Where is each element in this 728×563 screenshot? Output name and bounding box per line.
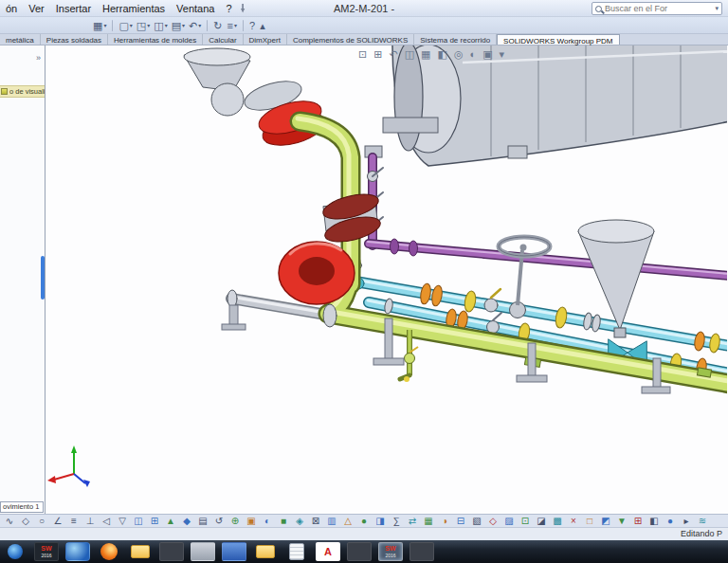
print-icon[interactable]: ▤ ▾: [170, 18, 187, 33]
tab-herramientas-de-moldes[interactable]: Herramientas de moldes: [108, 34, 203, 45]
sketch-icon[interactable]: ▦ ▾: [91, 18, 108, 33]
bottom-toolbar-icon[interactable]: ▦: [421, 515, 436, 527]
bottom-toolbar-icon[interactable]: ⊞: [147, 515, 162, 527]
display-state-band[interactable]: o de visualización: [0, 85, 45, 98]
tab-piezas-soldadas[interactable]: Piezas soldadas: [41, 34, 108, 45]
motion-study-tab[interactable]: ovimiento 1: [0, 501, 44, 513]
bottom-toolbar-icon[interactable]: ◆: [179, 515, 194, 527]
menu-ayuda[interactable]: ?: [220, 2, 237, 15]
app-dark[interactable]: [347, 542, 372, 561]
bottom-toolbar-icon[interactable]: ◇: [485, 515, 500, 527]
bottom-toolbar-icon[interactable]: ▸: [679, 515, 694, 527]
open-icon[interactable]: ◳ ▾: [135, 18, 152, 33]
tab-solidworks-workgroup-pdm[interactable]: SOLIDWORKS Workgroup PDM: [497, 34, 619, 45]
panel-splitter-handle[interactable]: [41, 256, 45, 300]
bottom-toolbar-icon[interactable]: ◧: [646, 515, 662, 527]
bottom-toolbar-icon[interactable]: ∑: [389, 515, 404, 527]
view-orientation-icon[interactable]: ▦: [421, 48, 430, 60]
pin-icon[interactable]: [240, 4, 246, 13]
folder[interactable]: [256, 545, 275, 558]
panel-expand-icon[interactable]: »: [36, 53, 41, 63]
bottom-toolbar-icon[interactable]: ◈: [292, 515, 307, 527]
search-caret-icon[interactable]: ▾: [715, 5, 719, 12]
menu-herramientas[interactable]: Herramientas: [97, 2, 171, 15]
separator[interactable]: [112, 20, 113, 31]
section-view-icon[interactable]: ◫: [405, 48, 414, 60]
bottom-toolbar-icon[interactable]: ◨: [373, 515, 388, 527]
folder[interactable]: [131, 545, 150, 558]
app-window[interactable]: [191, 542, 215, 561]
collapse-toolbar-icon[interactable]: ▴: [258, 18, 268, 33]
bottom-toolbar-icon[interactable]: ◩: [598, 515, 613, 527]
rebuild-icon[interactable]: ↻: [211, 18, 225, 33]
bottom-toolbar-icon[interactable]: ▧: [469, 515, 484, 527]
document-app[interactable]: [289, 543, 304, 560]
zoom-area-icon[interactable]: ⊞: [373, 48, 382, 60]
apply-scene-icon[interactable]: ▣: [482, 48, 492, 60]
bottom-toolbar-icon[interactable]: ↺: [211, 515, 227, 527]
hide-show-items-icon[interactable]: ◎: [454, 48, 464, 60]
bottom-toolbar-icon[interactable]: ◐: [260, 515, 275, 527]
edit-appearance-icon[interactable]: ◐: [469, 48, 476, 60]
viewport-3d[interactable]: ⊡⊞↶◫▦◧◎◐▣▾: [46, 45, 728, 514]
save-icon[interactable]: ◫ ▾: [152, 18, 169, 33]
bottom-toolbar-icon[interactable]: ⊠: [308, 515, 323, 527]
search-box[interactable]: ▾: [592, 2, 722, 15]
component-pipe-purple[interactable]: [365, 146, 727, 276]
component-funnel-valve[interactable]: [184, 48, 329, 152]
bottom-toolbar-icon[interactable]: ⇄: [405, 515, 420, 527]
app-blue[interactable]: [222, 542, 246, 561]
bottom-toolbar-icon[interactable]: ■: [276, 515, 291, 527]
tab-chapa-metalica[interactable]: metálica: [0, 34, 41, 45]
bottom-toolbar-icon[interactable]: ▲: [163, 515, 178, 527]
bottom-toolbar-icon[interactable]: ×: [566, 515, 581, 527]
separator[interactable]: [207, 20, 208, 31]
globe-app[interactable]: [65, 542, 90, 561]
bottom-toolbar-icon[interactable]: ▥: [324, 515, 339, 527]
tab-dimxpert[interactable]: DimXpert: [244, 34, 287, 45]
bottom-toolbar-icon[interactable]: ⊕: [228, 515, 243, 527]
component-vessel[interactable]: [383, 45, 727, 166]
undo-icon[interactable]: ↶ ▾: [187, 18, 203, 33]
view-settings-caret-icon[interactable]: ▾: [500, 48, 505, 60]
bottom-toolbar-icon[interactable]: ◪: [534, 515, 549, 527]
bottom-toolbar-icon[interactable]: ▨: [501, 515, 517, 527]
bottom-toolbar-icon[interactable]: ◇: [18, 515, 33, 527]
menu-ventana[interactable]: Ventana: [171, 2, 220, 15]
bottom-toolbar-icon[interactable]: ▣: [244, 515, 259, 527]
menu-insertar[interactable]: Insertar: [50, 2, 97, 15]
bottom-toolbar-icon[interactable]: ◑: [437, 515, 452, 527]
tab-complementos-solidworks[interactable]: Complementos de SOLIDWORKS: [287, 34, 414, 45]
bottom-toolbar-icon[interactable]: □: [582, 515, 597, 527]
solidworks-2016-shortcut[interactable]: SW 2016: [34, 542, 59, 561]
search-input[interactable]: [602, 4, 715, 13]
bottom-toolbar-icon[interactable]: ●: [356, 515, 372, 527]
bottom-toolbar-icon[interactable]: ∠: [50, 515, 65, 527]
options-icon[interactable]: ≡ ▾: [226, 18, 239, 33]
bottom-toolbar-icon[interactable]: ≋: [695, 515, 710, 527]
bottom-toolbar-icon[interactable]: ≡: [66, 515, 82, 527]
bottom-toolbar-icon[interactable]: ◁: [99, 515, 114, 527]
firefox[interactable]: [100, 543, 118, 560]
zoom-fit-icon[interactable]: ⊡: [358, 48, 367, 60]
bottom-toolbar-icon[interactable]: ⊡: [518, 515, 533, 527]
bottom-toolbar-icon[interactable]: ○: [34, 515, 49, 527]
solidworks-2016-active[interactable]: SW 2016: [378, 542, 403, 561]
app-dark[interactable]: [410, 542, 434, 561]
previous-view-icon[interactable]: ↶: [389, 48, 397, 60]
new-document-icon[interactable]: ▢ ▾: [117, 18, 134, 33]
component-handwheel-valve[interactable]: [499, 237, 550, 305]
bottom-toolbar-icon[interactable]: ⊟: [453, 515, 468, 527]
tab-calcular[interactable]: Calcular: [203, 34, 243, 45]
separator[interactable]: [243, 20, 244, 31]
start-button[interactable]: [8, 544, 23, 559]
bottom-toolbar-icon[interactable]: ⊥: [82, 515, 98, 527]
menu-edicion[interactable]: ón: [0, 2, 23, 15]
model-3d-piping-assembly[interactable]: [46, 45, 727, 514]
display-style-icon[interactable]: ◧: [437, 48, 446, 60]
bottom-toolbar-icon[interactable]: ●: [663, 515, 678, 527]
bottom-toolbar-icon[interactable]: ◫: [131, 515, 146, 527]
bottom-toolbar-icon[interactable]: ▩: [550, 515, 565, 527]
bottom-toolbar-icon[interactable]: ▤: [195, 515, 210, 527]
tab-sistema-de-recorrido[interactable]: Sistema de recorrido: [414, 34, 497, 45]
